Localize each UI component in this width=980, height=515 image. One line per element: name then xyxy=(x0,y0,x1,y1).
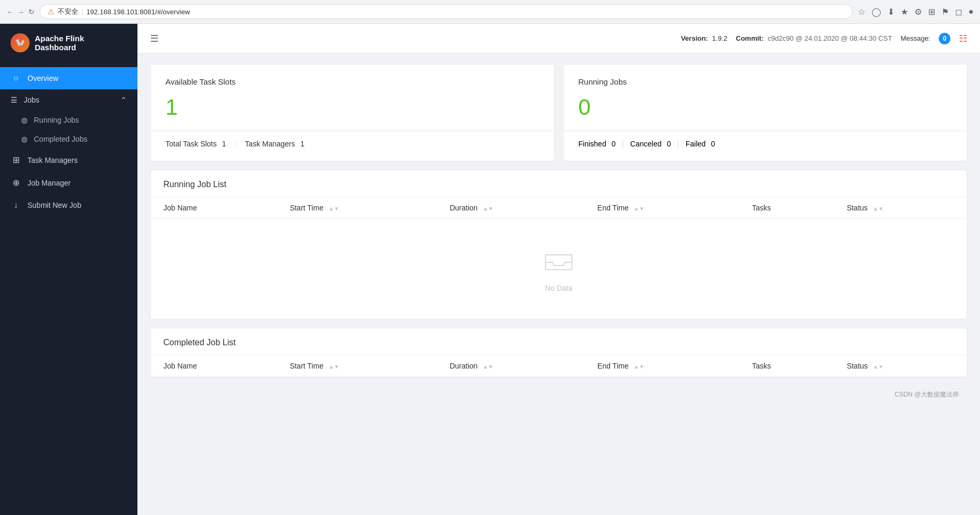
col-duration-2[interactable]: Duration ▲▼ xyxy=(437,355,585,377)
col-start-time-1[interactable]: Start Time ▲▼ xyxy=(277,197,437,219)
card-divider xyxy=(151,131,554,131)
running-job-empty-row: No Data xyxy=(151,219,967,319)
sort-icon-status-2: ▲▼ xyxy=(873,364,883,370)
commit-value: c9d2c90 @ 24.01.2020 @ 08:44:30 CST xyxy=(768,34,892,42)
col-end-time-2[interactable]: End Time ▲▼ xyxy=(585,355,739,377)
sort-icon-end-2: ▲▼ xyxy=(634,364,644,370)
running-jobs-stats: Finished 0 | Canceled 0 | Failed 0 xyxy=(578,140,952,148)
task-managers-value: 1 xyxy=(300,140,304,148)
sidebar-item-running-jobs[interactable]: ◍ Running Jobs xyxy=(0,111,137,130)
running-jobs-value: 0 xyxy=(578,95,952,120)
cards-row: Available Task Slots 1 Total Task Slots … xyxy=(150,64,967,161)
total-task-slots-label: Total Task Slots xyxy=(165,140,217,148)
task-managers-label: Task Managers xyxy=(27,156,78,164)
completed-jobs-icon: ◍ xyxy=(21,135,27,143)
total-task-slots-stat: Total Task Slots 1 xyxy=(165,140,226,148)
sidebar-item-overview[interactable]: ○ Overview xyxy=(0,67,137,89)
main-content: ☰ Version: 1.9.2 Commit: c9d2c90 @ 24.01… xyxy=(137,24,980,515)
completed-job-list-section: Completed Job List Job Name Start Time ▲… xyxy=(150,328,967,378)
col-end-time-1[interactable]: End Time ▲▼ xyxy=(585,197,739,219)
url-bar[interactable]: ⚠ 不安全 | 192.168.198.101:8081/#/overview xyxy=(40,4,853,19)
canceled-value: 0 xyxy=(667,140,671,148)
pipe-1: | xyxy=(622,140,624,148)
running-jobs-icon: ◍ xyxy=(21,116,27,124)
sort-icon-start-2: ▲▼ xyxy=(329,364,339,370)
grid-icon[interactable]: ⊞ xyxy=(928,7,935,17)
commit-label-text: Commit: xyxy=(736,34,764,42)
settings-icon[interactable]: ⚙ xyxy=(914,7,922,17)
available-task-slots-value: 1 xyxy=(165,95,539,120)
bookmark-icon[interactable]: ⚑ xyxy=(941,7,949,17)
task-managers-label: Task Managers xyxy=(245,140,295,148)
col-job-name-1: Job Name xyxy=(151,197,277,219)
failed-value: 0 xyxy=(711,140,715,148)
pipe-2: | xyxy=(677,140,679,148)
completed-job-table-header-row: Job Name Start Time ▲▼ Duration ▲▼ xyxy=(151,355,967,377)
col-tasks-2: Tasks xyxy=(739,355,834,377)
security-warning-text: 不安全 xyxy=(58,7,78,16)
download-icon[interactable]: ⬇ xyxy=(887,7,894,17)
sidebar-nav: ○ Overview ☰ Jobs ⌃ ◍ Running Jobs ◍ Com… xyxy=(0,62,137,222)
sidebar-item-completed-jobs[interactable]: ◍ Completed Jobs xyxy=(0,130,137,149)
running-jobs-title: Running Jobs xyxy=(578,77,952,86)
jobs-icon: ☰ xyxy=(11,96,17,104)
extensions-icon[interactable]: ◻ xyxy=(955,7,962,17)
stat-divider: | xyxy=(235,140,237,148)
app-container: 🐿 Apache Flink Dashboard ○ Overview ☰ Jo… xyxy=(0,24,980,515)
col-status-1[interactable]: Status ▲▼ xyxy=(834,197,967,219)
running-job-empty-state: No Data xyxy=(151,219,967,319)
col-status-2[interactable]: Status ▲▼ xyxy=(834,355,967,377)
puzzle-icon[interactable]: ★ xyxy=(901,7,908,17)
sidebar-item-jobs[interactable]: ☰ Jobs ⌃ xyxy=(0,89,137,111)
finished-label: Finished xyxy=(578,140,606,148)
browser-toolbar: ☆ ◯ ⬇ ★ ⚙ ⊞ ⚑ ◻ ● xyxy=(858,7,974,17)
running-job-table: Job Name Start Time ▲▼ Duration ▲▼ xyxy=(151,197,967,319)
watermark: CSDN @大数据魔法师 xyxy=(150,386,967,403)
alert-icon[interactable]: ☷ xyxy=(959,33,967,44)
version-label-text: Version: xyxy=(681,34,708,42)
task-managers-icon: ⊞ xyxy=(11,155,21,165)
sidebar-item-task-managers[interactable]: ⊞ Task Managers xyxy=(0,149,137,171)
canceled-stat: Canceled 0 xyxy=(630,140,671,148)
finished-stat: Finished 0 xyxy=(578,140,616,148)
back-icon[interactable]: ← xyxy=(6,8,13,16)
message-badge[interactable]: 0 xyxy=(939,33,950,44)
browser-nav-icons: ← → ↻ xyxy=(6,8,34,16)
hamburger-icon[interactable]: ☰ xyxy=(150,33,159,44)
sidebar-item-job-manager[interactable]: ⊕ Job Manager xyxy=(0,171,137,194)
card-divider-2 xyxy=(563,131,967,131)
version-label: Version: 1.9.2 xyxy=(681,34,727,42)
message-count: 0 xyxy=(943,35,947,42)
job-manager-icon: ⊕ xyxy=(11,178,21,188)
col-start-time-2[interactable]: Start Time ▲▼ xyxy=(277,355,437,377)
col-tasks-1: Tasks xyxy=(739,197,834,219)
overview-label: Overview xyxy=(27,74,58,82)
star-icon[interactable]: ☆ xyxy=(858,7,865,17)
sidebar-item-submit-new-job[interactable]: ↓ Submit New Job xyxy=(0,194,137,216)
col-duration-1[interactable]: Duration ▲▼ xyxy=(437,197,585,219)
col-job-name-2: Job Name xyxy=(151,355,277,377)
overview-icon: ○ xyxy=(11,73,21,83)
finished-value: 0 xyxy=(612,140,616,148)
available-task-slots-card: Available Task Slots 1 Total Task Slots … xyxy=(150,64,554,161)
running-job-list-title: Running Job List xyxy=(151,170,967,197)
submit-job-icon: ↓ xyxy=(11,200,21,210)
main-header: ☰ Version: 1.9.2 Commit: c9d2c90 @ 24.01… xyxy=(137,24,980,53)
total-task-slots-value: 1 xyxy=(222,140,226,148)
running-job-empty-text: No Data xyxy=(545,284,572,292)
dashboard: Available Task Slots 1 Total Task Slots … xyxy=(137,53,980,414)
sort-icon-duration-2: ▲▼ xyxy=(483,364,494,370)
forward-icon[interactable]: → xyxy=(17,8,24,16)
running-jobs-card: Running Jobs 0 Finished 0 | Canceled 0 xyxy=(563,64,967,161)
canceled-label: Canceled xyxy=(630,140,661,148)
sort-icon-end-1: ▲▼ xyxy=(634,206,644,211)
reload-icon[interactable]: ↻ xyxy=(29,8,34,16)
circle-icon[interactable]: ◯ xyxy=(872,7,881,17)
sidebar: 🐿 Apache Flink Dashboard ○ Overview ☰ Jo… xyxy=(0,24,137,515)
submit-job-label: Submit New Job xyxy=(27,201,81,209)
profile-icon[interactable]: ● xyxy=(968,7,974,17)
running-job-list-section: Running Job List Job Name Start Time ▲▼ xyxy=(150,170,967,319)
url-text: 192.168.198.101:8081/#/overview xyxy=(86,8,190,16)
app-logo-icon: 🐿 xyxy=(11,33,30,52)
commit-info: Commit: c9d2c90 @ 24.01.2020 @ 08:44:30 … xyxy=(736,34,892,42)
